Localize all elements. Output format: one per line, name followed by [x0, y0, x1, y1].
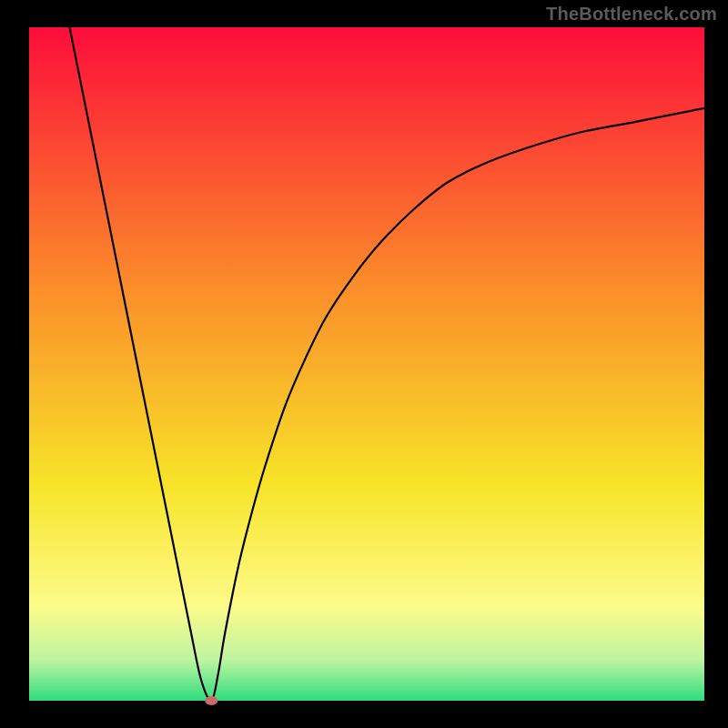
bottleneck-chart: [0, 0, 728, 728]
attribution-label: TheBottleneck.com: [546, 4, 717, 25]
minimum-marker: [205, 696, 217, 705]
chart-frame: TheBottleneck.com: [0, 0, 728, 728]
